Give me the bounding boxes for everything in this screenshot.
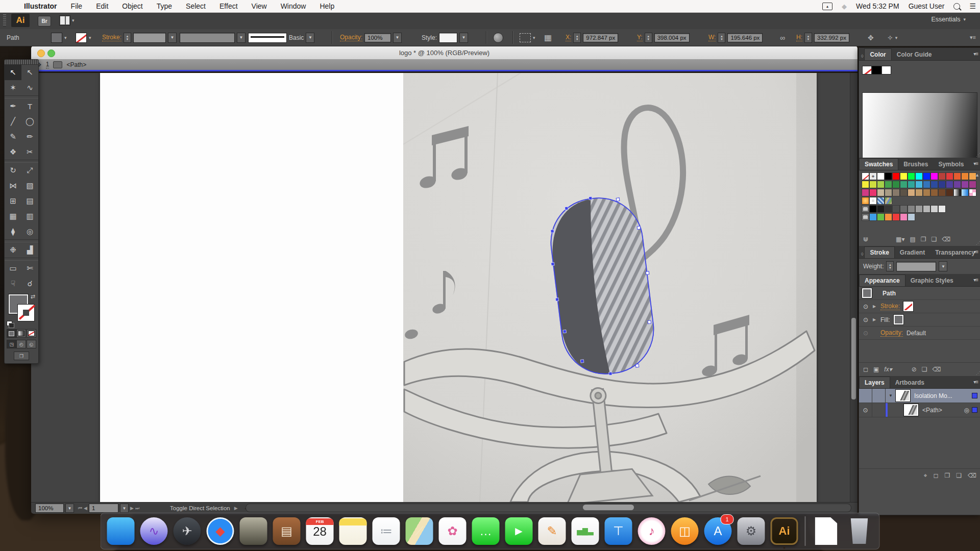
layer-row-path[interactable]: ⊙ <Path> ◎ bbox=[859, 403, 980, 417]
stroke-weight-field[interactable] bbox=[133, 33, 166, 43]
white-proxy[interactable] bbox=[881, 66, 891, 74]
stroke-panel-menu-icon[interactable]: ▾≡ bbox=[973, 249, 978, 255]
swatch-color[interactable] bbox=[892, 205, 900, 213]
swatch-color[interactable] bbox=[869, 205, 877, 213]
first-artboard-icon[interactable]: ⏮ bbox=[78, 506, 82, 511]
default-fill-stroke-icon[interactable] bbox=[7, 321, 14, 327]
swatch-kinds-icon[interactable]: ▦▾ bbox=[896, 236, 904, 243]
app-menu-illustrator[interactable]: Illustrator bbox=[24, 2, 57, 10]
select-similar-button[interactable]: ✧▾ bbox=[887, 29, 897, 46]
swatch-color[interactable] bbox=[877, 181, 885, 188]
brush-definition-dropdown[interactable]: Basic ▼ bbox=[248, 29, 314, 46]
swatch-color[interactable] bbox=[908, 181, 915, 188]
workspace-switcher[interactable]: Essentials ▾ bbox=[931, 16, 966, 23]
swatch-color[interactable] bbox=[930, 181, 938, 188]
vertical-scroll-thumb[interactable] bbox=[851, 318, 856, 399]
tool-zoom[interactable]: ☌ bbox=[21, 276, 38, 291]
new-stroke-icon[interactable]: ◻ bbox=[863, 366, 868, 373]
swatch-color[interactable] bbox=[923, 205, 930, 213]
tool-selection[interactable]: ↖ bbox=[5, 65, 21, 80]
spotlight-search-icon[interactable] bbox=[953, 3, 960, 10]
fill-color-dropdown[interactable]: ▾ bbox=[51, 29, 67, 46]
swatch-color[interactable] bbox=[885, 172, 892, 180]
menu-item-type[interactable]: Type bbox=[157, 2, 172, 10]
dock-reminders[interactable]: ≔ bbox=[372, 516, 401, 546]
draw-inside-icon[interactable]: ◵ bbox=[27, 340, 36, 348]
layer-name[interactable]: Isolation Mo... bbox=[914, 392, 952, 399]
dock-keynote[interactable]: ⊤ bbox=[604, 516, 633, 546]
dock-launchpad[interactable]: ✈ bbox=[173, 516, 202, 546]
swatch-options-icon[interactable]: ▤ bbox=[910, 236, 915, 243]
swatch-gorange[interactable] bbox=[862, 197, 869, 205]
dock-system-preferences[interactable]: ⚙ bbox=[737, 516, 766, 546]
screen-mirroring-icon[interactable]: ▴ bbox=[822, 3, 832, 10]
stroke-none-thumb[interactable] bbox=[903, 302, 913, 311]
swatch-color[interactable] bbox=[885, 189, 892, 196]
visibility-eye-icon[interactable]: ⊙ bbox=[862, 303, 869, 310]
swatch-none[interactable] bbox=[862, 172, 869, 180]
color-ramp[interactable] bbox=[862, 92, 977, 168]
menu-item-object[interactable]: Object bbox=[122, 2, 142, 10]
tool-perspective-grid[interactable]: ▤ bbox=[21, 193, 38, 209]
tool-shape-builder[interactable]: ⊞ bbox=[5, 193, 21, 209]
new-effect-icon[interactable]: ▣ bbox=[873, 366, 879, 373]
swatch-color[interactable] bbox=[953, 172, 961, 180]
dock-siri[interactable]: ∿ bbox=[139, 516, 169, 546]
swatch-color[interactable] bbox=[885, 213, 892, 221]
vertical-scrollbar[interactable] bbox=[850, 73, 857, 502]
swatch-color[interactable] bbox=[892, 189, 900, 196]
tool-line-segment[interactable]: ╱ bbox=[5, 114, 21, 129]
align-options-button[interactable]: ▦ bbox=[544, 29, 552, 46]
horizontal-scroll-thumb[interactable] bbox=[583, 505, 634, 510]
swatch-color[interactable] bbox=[938, 205, 946, 213]
weight-field[interactable] bbox=[896, 262, 936, 271]
swatch-pearth[interactable] bbox=[885, 197, 892, 205]
swatch-gbw[interactable] bbox=[953, 189, 961, 196]
menu-item-effect[interactable]: Effect bbox=[219, 2, 238, 10]
tool-magic-wand[interactable]: ✶ bbox=[5, 80, 21, 95]
weight-dropdown[interactable]: ▼ bbox=[939, 261, 947, 271]
clear-appearance-icon[interactable]: ⊘ bbox=[912, 366, 917, 373]
zoom-button[interactable] bbox=[47, 49, 55, 57]
menu-item-view[interactable]: View bbox=[252, 2, 267, 10]
dock-text-document[interactable] bbox=[812, 516, 841, 546]
swatch-color[interactable] bbox=[908, 172, 915, 180]
panel-collapse-icon[interactable]: ◊ bbox=[859, 252, 864, 258]
dock-facetime[interactable]: ► bbox=[504, 516, 534, 546]
swatch-color[interactable] bbox=[915, 189, 923, 196]
stroke-color-dropdown[interactable]: ▾ bbox=[76, 29, 91, 46]
tab-swatches[interactable]: Swatches bbox=[859, 158, 898, 170]
dock-finder[interactable] bbox=[106, 516, 136, 546]
zoom-control[interactable]: 100% ▼ bbox=[35, 504, 74, 513]
swatch-color[interactable] bbox=[938, 172, 946, 180]
selection-chip[interactable] bbox=[972, 407, 977, 413]
tool-blob-brush[interactable]: ❖ bbox=[5, 144, 21, 160]
tool-free-transform[interactable]: ▧ bbox=[21, 178, 38, 193]
canvas[interactable] bbox=[31, 73, 857, 502]
swatch-color[interactable] bbox=[900, 189, 908, 196]
swatch-color[interactable] bbox=[900, 172, 908, 180]
gradient-button[interactable] bbox=[16, 329, 26, 338]
recolor-artwork-button[interactable] bbox=[493, 29, 503, 46]
tool-blend[interactable]: ◎ bbox=[21, 224, 38, 239]
dock-photo-thumbnail[interactable] bbox=[239, 516, 268, 546]
swatch-ppink[interactable] bbox=[969, 189, 976, 196]
appearance-panel-menu-icon[interactable]: ▾≡ bbox=[973, 277, 978, 283]
swatch-color[interactable] bbox=[869, 181, 877, 188]
dock-safari[interactable]: ◆ bbox=[206, 516, 235, 546]
swatch-group-folder[interactable] bbox=[862, 205, 869, 213]
swatch-color[interactable] bbox=[938, 189, 946, 196]
disclosure-triangle-icon[interactable]: ▶ bbox=[873, 317, 877, 322]
dock-itunes[interactable]: ♪ bbox=[637, 516, 667, 546]
zoom-dropdown[interactable]: ▼ bbox=[65, 504, 74, 513]
h-field[interactable]: 332.992 px bbox=[814, 33, 849, 42]
layers-panel-menu-icon[interactable]: ▾≡ bbox=[973, 379, 978, 385]
stroke-weight-dropdown[interactable]: ▼ bbox=[168, 33, 177, 43]
constrain-proportions-button[interactable]: ∞ bbox=[780, 29, 785, 46]
new-color-group-icon[interactable]: ❐ bbox=[921, 236, 926, 243]
black-proxy[interactable] bbox=[872, 66, 881, 74]
swatches-panel-menu-icon[interactable]: ▾≡ bbox=[973, 161, 978, 166]
tab-appearance[interactable]: Appearance bbox=[859, 274, 905, 286]
swatch-color[interactable] bbox=[923, 181, 930, 188]
selection-chip[interactable] bbox=[972, 393, 977, 398]
